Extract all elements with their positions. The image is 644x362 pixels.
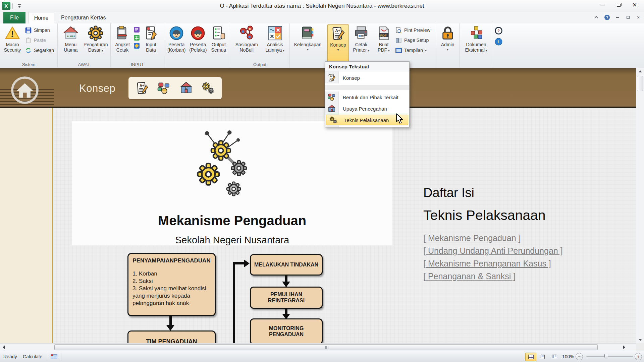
group-label-peserta [166, 62, 228, 68]
toc-link-mekanisme-pengaduan[interactable]: [ Mekanisme Pengaduan ] [423, 233, 625, 243]
zoom-out-button[interactable]: − [576, 353, 583, 360]
avatar-blue-icon [169, 25, 184, 41]
flow-box-pemulihan: PEMULIHAN REINTEGRASI [250, 287, 323, 309]
menu-utama-button[interactable]: ALMAS Menu Utama [59, 24, 83, 61]
vertical-scrollbar[interactable] [636, 68, 644, 343]
tab-pengaturan-kertas[interactable]: Pengaturan Kertas [56, 12, 111, 23]
paste-icon [25, 37, 32, 44]
info-icon[interactable]: i [494, 38, 503, 46]
zoom-in-button[interactable]: + [635, 353, 642, 360]
konsep-button[interactable]: Konsep [327, 24, 349, 62]
dokumen-eksternal-button[interactable]: Dokumen Eksternal [461, 24, 491, 61]
segarkan-button[interactable]: Segarkan [23, 46, 55, 55]
menu-section-header: Konsep Tekstual [325, 62, 409, 71]
document-pencil-icon [325, 73, 338, 82]
school-icon [325, 104, 338, 113]
kelengkapan-button[interactable]: Kelengkapan [291, 24, 324, 61]
konsep-section-button[interactable] [134, 80, 150, 96]
toc-link-penanganan-sanksi[interactable]: [ Penanganan & Sanksi ] [423, 272, 625, 281]
menu-item-upaya-pencegahan[interactable]: Upaya Pencegahan [325, 103, 409, 114]
simpan-button[interactable]: Simpan [23, 26, 55, 35]
workbook-minimize-icon[interactable] [614, 14, 621, 20]
flow-connector-vertical [233, 262, 235, 343]
page-layout-view-button[interactable] [537, 353, 548, 361]
ribbon-group-kelengkapan: Kelengkapan [290, 23, 326, 68]
peserta-pelaku-button[interactable]: Peserta (Pelaku) [187, 24, 209, 61]
close-button[interactable]: × [627, 0, 643, 10]
cetak-printer-button[interactable]: Cetak Printer [349, 24, 374, 61]
toc-link-penanganan-kasus[interactable]: [ Mekanisme Penanganan Kasus ] [423, 259, 625, 268]
normal-view-button[interactable] [525, 353, 536, 361]
tab-file[interactable]: File [3, 12, 25, 23]
toc-link-undang-undang[interactable]: [ Undang Undang Anti Perundungan ] [423, 246, 625, 256]
question-icon[interactable]: ? [494, 26, 503, 35]
scroll-left-button[interactable] [0, 344, 7, 351]
flow-box-melakukan-tindakan: MELAKUKAN TINDAKAN [250, 254, 323, 276]
page-break-view-button[interactable] [549, 353, 560, 361]
minimize-button[interactable] [594, 0, 610, 10]
flow-arrow [285, 276, 287, 282]
help-buttons: ? i [494, 24, 503, 46]
sheet-mini-icon[interactable] [133, 35, 140, 41]
mouse-cursor [395, 113, 404, 124]
horizontal-scroll-thumb[interactable] [54, 344, 598, 350]
home-button[interactable] [10, 75, 40, 105]
svg-text:ALMAS: ALMAS [67, 35, 75, 38]
analisis-lainnya-button[interactable]: Analisis Lainnya [262, 24, 288, 61]
form-mini-icon[interactable] [133, 26, 140, 33]
pencegahan-section-button[interactable] [178, 80, 194, 96]
zoom-slider-thumb[interactable] [604, 354, 608, 359]
pihak-terkait-section-button[interactable] [156, 80, 172, 96]
zoom-level-label[interactable]: 100% [562, 354, 574, 359]
input-data-button[interactable]: Input Data [141, 24, 161, 61]
horizontal-scrollbar[interactable] [0, 343, 636, 351]
scroll-up-button[interactable] [636, 68, 644, 75]
paste-button[interactable]: Paste [23, 36, 55, 45]
svg-text:?: ? [497, 29, 500, 33]
menu-item-konsep[interactable]: Konsep [325, 72, 409, 83]
group-label-input: INPUT [112, 62, 163, 68]
restore-button[interactable] [610, 0, 627, 10]
workbook-close-icon[interactable]: × [635, 14, 641, 20]
tabrow-right-icons: ? × [594, 14, 641, 20]
flow-box-penyampaian: PENYAMPAIANPENGADUAN 1. Korban 2. Saksi … [127, 253, 216, 316]
tampilan-button[interactable]: Tampilan▾ [394, 46, 432, 55]
group-label-dokumen [461, 62, 491, 68]
minimize-ribbon-icon[interactable] [594, 14, 600, 20]
group-label-sistem: Sistem [1, 62, 56, 68]
book-icon [300, 25, 316, 41]
menu-item-bentuk-pihak[interactable]: Bentuk dan Pihak Terkait [325, 92, 409, 103]
scroll-right-button[interactable] [621, 344, 628, 351]
help-icon[interactable]: ? [604, 14, 610, 20]
document-pencil-icon [143, 25, 159, 41]
ribbon-group-input: Angket Cetak [111, 23, 164, 68]
page-setup-icon [395, 37, 402, 44]
thumb-grip [325, 346, 329, 349]
flow-box-tim-pengaduan: TIM PENGADUAN [127, 330, 216, 343]
page-setup-button[interactable]: Page Setup [394, 36, 432, 45]
swap-mini-icon[interactable] [133, 43, 140, 49]
admin-button[interactable]: Admin [438, 24, 458, 61]
angket-cetak-button[interactable]: Angket Cetak [112, 24, 133, 61]
status-calculate[interactable]: Calculate [23, 354, 42, 359]
workbook-restore-icon[interactable] [625, 14, 631, 20]
output-semua-button[interactable]: Output Semua [209, 24, 228, 61]
zoom-slider-track[interactable] [586, 356, 633, 357]
pint-preview-button[interactable]: Pint Preview [394, 26, 432, 35]
section-icon-toolbar [128, 77, 222, 99]
macro-security-button[interactable]: Macro Security [1, 24, 23, 61]
scroll-down-button[interactable] [636, 337, 644, 343]
sosiogram-button[interactable]: Sosiogram NoBull [231, 24, 262, 61]
group-label-kelengkapan [291, 62, 324, 68]
vertical-scroll-thumb[interactable] [637, 76, 643, 91]
macro-record-icon[interactable] [50, 354, 58, 360]
teknis-section-button[interactable] [200, 80, 216, 96]
tab-home[interactable]: Home [28, 12, 54, 23]
buat-pdf-button[interactable]: PDF Buat PDF [374, 24, 394, 61]
konsep-doc-icon [330, 26, 346, 41]
normal-view-icon [528, 355, 534, 359]
padlock-icon [440, 25, 455, 41]
pengaturan-dasar-button[interactable]: Pengaturan Dasar [83, 24, 109, 61]
people-chat-icon [325, 93, 338, 102]
peserta-korban-button[interactable]: Peserta (Korban) [166, 24, 187, 61]
